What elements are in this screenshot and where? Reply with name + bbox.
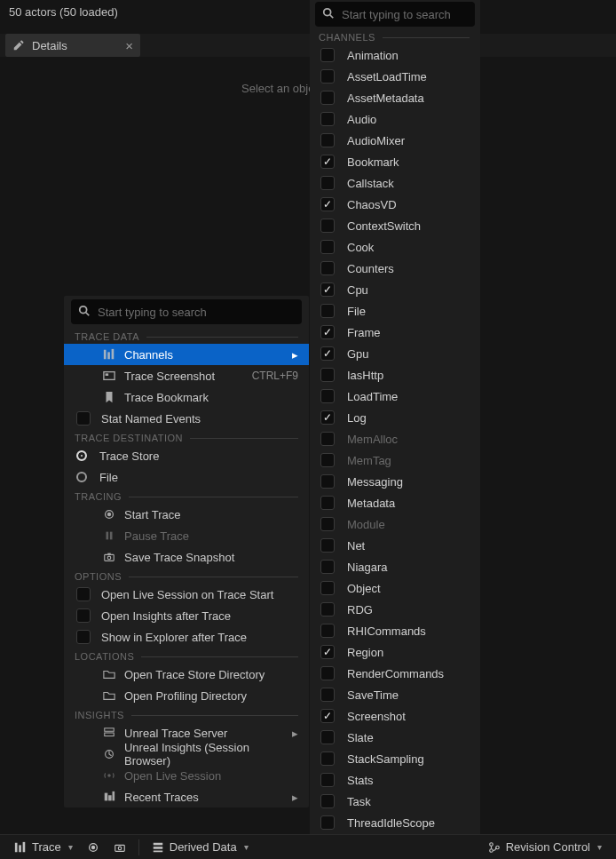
checkbox[interactable] xyxy=(320,496,335,510)
sb-record-button[interactable] xyxy=(82,835,105,859)
checkbox[interactable] xyxy=(320,48,335,62)
checkbox[interactable] xyxy=(320,581,335,595)
checkbox[interactable] xyxy=(320,112,335,126)
channel-region[interactable]: Region xyxy=(310,641,480,663)
checkbox[interactable] xyxy=(320,155,335,169)
channel-net[interactable]: Net xyxy=(310,535,480,556)
menu-trace-screenshot[interactable]: Trace Screenshot CTRL+F9 xyxy=(64,365,309,386)
channel-stats[interactable]: Stats xyxy=(310,769,480,791)
trace-search-input[interactable] xyxy=(98,306,295,319)
checkbox[interactable] xyxy=(320,794,335,808)
loc-profiling-dir[interactable]: Open Profiling Directory xyxy=(64,685,309,706)
checkbox[interactable] xyxy=(320,346,335,361)
checkbox[interactable] xyxy=(76,630,91,644)
opt-open-live[interactable]: Open Live Session on Trace Start xyxy=(64,584,309,605)
channel-loadtime[interactable]: LoadTime xyxy=(310,386,480,407)
radio[interactable] xyxy=(76,450,87,461)
channel-frame[interactable]: Frame xyxy=(310,322,480,343)
checkbox[interactable] xyxy=(320,538,335,553)
checkbox[interactable] xyxy=(320,176,335,190)
checkbox[interactable] xyxy=(320,624,335,638)
menu-save-snapshot[interactable]: Save Trace Snapshot xyxy=(64,546,309,568)
radio[interactable] xyxy=(76,472,87,482)
channel-rdg[interactable]: RDG xyxy=(310,599,480,620)
checkbox[interactable] xyxy=(320,261,335,275)
trace-search[interactable] xyxy=(71,299,302,324)
tab-details[interactable]: Details × xyxy=(5,34,140,57)
dest-trace-store[interactable]: Trace Store xyxy=(64,445,309,466)
channel-stacksampling[interactable]: StackSampling xyxy=(310,748,480,769)
channels-search-input[interactable] xyxy=(342,8,468,21)
channel-cpu[interactable]: Cpu xyxy=(310,279,480,300)
checkbox[interactable] xyxy=(320,197,335,211)
channel-log[interactable]: Log xyxy=(310,407,480,428)
channel-messaging[interactable]: Messaging xyxy=(310,471,480,492)
checkbox[interactable] xyxy=(320,474,335,489)
checkbox[interactable] xyxy=(76,411,91,426)
checkbox[interactable] xyxy=(320,602,335,616)
channel-metadata[interactable]: Metadata xyxy=(310,492,480,513)
channel-savetime[interactable]: SaveTime xyxy=(310,684,480,705)
checkbox[interactable] xyxy=(76,587,91,601)
checkbox[interactable] xyxy=(320,368,335,382)
checkbox[interactable] xyxy=(320,304,335,318)
sb-derived-data[interactable]: Derived Data ▾ xyxy=(146,835,254,859)
channel-chaosvd[interactable]: ChaosVD xyxy=(310,194,480,215)
channel-assetmetadata[interactable]: AssetMetadata xyxy=(310,87,480,108)
checkbox[interactable] xyxy=(320,560,335,574)
checkbox[interactable] xyxy=(320,773,335,787)
sb-revision-control[interactable]: Revision Control ▾ xyxy=(483,835,607,859)
checkbox[interactable] xyxy=(320,389,335,403)
menu-trace-bookmark[interactable]: Trace Bookmark xyxy=(64,386,309,408)
sb-snapshot-button[interactable] xyxy=(108,835,131,859)
checkbox[interactable] xyxy=(320,688,335,702)
channel-screenshot[interactable]: Screenshot xyxy=(310,705,480,727)
checkbox[interactable] xyxy=(320,91,335,105)
checkbox[interactable] xyxy=(320,752,335,766)
channel-bookmark[interactable]: Bookmark xyxy=(310,151,480,172)
sb-trace[interactable]: Trace ▾ xyxy=(9,835,78,859)
channel-niagara[interactable]: Niagara xyxy=(310,556,480,577)
checkbox[interactable] xyxy=(320,219,335,233)
menu-stat-named-events[interactable]: Stat Named Events xyxy=(64,408,309,429)
channel-iashttp[interactable]: IasHttp xyxy=(310,364,480,386)
channel-cook[interactable]: Cook xyxy=(310,236,480,258)
channel-contextswitch[interactable]: ContextSwitch xyxy=(310,215,480,236)
checkbox[interactable] xyxy=(320,282,335,297)
checkbox[interactable] xyxy=(320,730,335,744)
close-icon[interactable]: × xyxy=(125,38,133,53)
menu-start-trace[interactable]: Start Trace xyxy=(64,504,309,525)
channel-audio[interactable]: Audio xyxy=(310,108,480,130)
opt-open-insights[interactable]: Open Insights after Trace xyxy=(64,605,309,626)
checkbox[interactable] xyxy=(320,69,335,84)
channel-object[interactable]: Object xyxy=(310,577,480,599)
channel-task[interactable]: Task xyxy=(310,791,480,812)
channel-rhicommands[interactable]: RHICommands xyxy=(310,620,480,641)
channel-gpu[interactable]: Gpu xyxy=(310,343,480,364)
checkbox[interactable] xyxy=(320,325,335,339)
channel-assetloadtime[interactable]: AssetLoadTime xyxy=(310,66,480,87)
checkbox[interactable] xyxy=(320,410,335,425)
ins-recent[interactable]: Recent Traces ▸ xyxy=(64,786,309,807)
channel-counters[interactable]: Counters xyxy=(310,258,480,279)
channels-search[interactable] xyxy=(315,2,475,27)
channel-callstack[interactable]: Callstack xyxy=(310,172,480,194)
opt-show-explorer[interactable]: Show in Explorer after Trace xyxy=(64,626,309,648)
checkbox[interactable] xyxy=(320,709,335,723)
channel-file[interactable]: File xyxy=(310,300,480,322)
checkbox[interactable] xyxy=(320,133,335,147)
dest-file[interactable]: File xyxy=(64,466,309,488)
channel-audiomixer[interactable]: AudioMixer xyxy=(310,130,480,151)
checkbox[interactable] xyxy=(76,608,91,623)
channel-animation[interactable]: Animation xyxy=(310,44,480,66)
checkbox[interactable] xyxy=(320,240,335,254)
checkbox[interactable] xyxy=(320,815,335,830)
channel-rendercommands[interactable]: RenderCommands xyxy=(310,663,480,684)
menu-channels[interactable]: Channels ▸ xyxy=(64,344,309,365)
checkbox[interactable] xyxy=(320,645,335,659)
loc-store-dir[interactable]: Open Trace Store Directory xyxy=(64,664,309,685)
channel-threadidlescope[interactable]: ThreadIdleScope xyxy=(310,812,480,833)
channel-slate[interactable]: Slate xyxy=(310,727,480,748)
checkbox[interactable] xyxy=(320,666,335,680)
ins-session-browser[interactable]: Unreal Insights (Session Browser) xyxy=(64,744,309,765)
